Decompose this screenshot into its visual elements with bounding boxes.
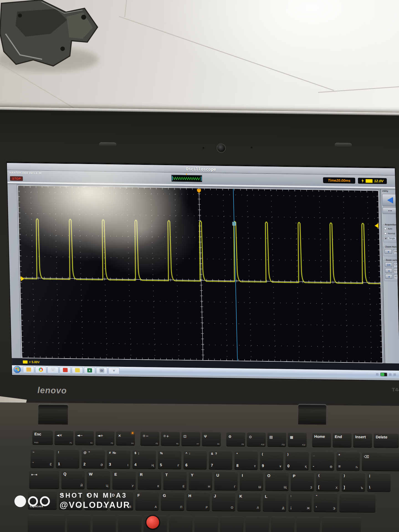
key-6: ^ :6 bbox=[183, 451, 207, 469]
model-label: T440 bbox=[392, 387, 399, 393]
scope-display[interactable] bbox=[17, 185, 383, 363]
key-e: EУ bbox=[112, 471, 136, 489]
utility-more-button[interactable]: ••• bbox=[382, 207, 398, 214]
key-u: UГ bbox=[214, 472, 238, 490]
key-t: TЕ bbox=[163, 471, 187, 490]
tray-icon[interactable] bbox=[376, 373, 378, 376]
taskbar-notes-icon[interactable] bbox=[72, 367, 83, 374]
key-label: Ё bbox=[50, 463, 52, 466]
acquisition-option-auto[interactable]: Auto bbox=[384, 227, 399, 231]
key-label: O bbox=[267, 474, 270, 478]
key-label: F5 bbox=[156, 443, 158, 444]
acquisition-group: Acquisition AutoNormalSingle bbox=[383, 224, 399, 243]
key-z bbox=[67, 515, 91, 532]
preview-waveform bbox=[172, 175, 202, 182]
key-label: End bbox=[335, 434, 342, 439]
vertical-scale-value[interactable]: 5.00V bbox=[393, 268, 399, 273]
key-f11: ▤F11 bbox=[267, 433, 286, 447]
key-label: 4 bbox=[134, 462, 137, 467]
key-shift-right bbox=[322, 517, 361, 532]
trigger-bolt-icon bbox=[361, 179, 364, 183]
key-label: ◄− bbox=[77, 433, 83, 438]
cursor-handle[interactable] bbox=[232, 222, 236, 225]
key-home: Home bbox=[312, 433, 331, 447]
vertical-multiplier-value[interactable]: x1 bbox=[393, 274, 399, 279]
key-7: & ?7 bbox=[209, 451, 232, 469]
key-label: ☼+ bbox=[163, 434, 169, 438]
vertical-scale-decrease-button[interactable]: ◂ bbox=[385, 268, 392, 273]
key-f8: ΨF8 bbox=[202, 432, 221, 446]
key-label: Л bbox=[257, 506, 259, 509]
channel1-scale-chip[interactable]: = 5.00V bbox=[23, 360, 40, 364]
key-w: WЦ bbox=[87, 470, 110, 489]
taskbar-app-icon[interactable]: Y bbox=[108, 367, 120, 374]
key-label: F4 bbox=[131, 442, 134, 444]
zoom-horizontal-decrease-button[interactable]: ◂ bbox=[385, 249, 392, 254]
utility-icon: O/ bbox=[99, 369, 104, 373]
key-label: ☼− bbox=[142, 434, 149, 438]
key-shift-left bbox=[28, 515, 65, 532]
key-label: Р bbox=[206, 506, 208, 509]
key-c bbox=[118, 515, 142, 532]
key-label: 5 bbox=[160, 462, 162, 467]
key-label: Ү bbox=[254, 464, 256, 468]
key-label: Y bbox=[191, 473, 193, 477]
trigger-level-display[interactable]: 12.0V bbox=[358, 178, 387, 184]
zoom-horizontal-group: Zoom Horizontal ◂ 20ms bbox=[383, 247, 399, 257]
key-mm bbox=[220, 516, 244, 532]
radio-icon[interactable] bbox=[384, 237, 387, 239]
timebase-display[interactable]: Time20.00ms bbox=[323, 177, 355, 184]
key-label: F8 bbox=[217, 443, 219, 445]
microphone-hole bbox=[251, 147, 252, 148]
taskbar-pdf-icon[interactable] bbox=[60, 367, 71, 374]
timebase-value: Time20.00ms bbox=[328, 178, 351, 183]
key-label: F3 bbox=[111, 442, 113, 444]
taskbar-media-player-icon[interactable]: ○ bbox=[47, 367, 59, 374]
taskbar-utility-icon[interactable]: O/ bbox=[96, 367, 108, 374]
key-label: J bbox=[214, 494, 216, 498]
channel-value[interactable]: CH1 bbox=[393, 262, 399, 267]
key-p: PЗ bbox=[291, 472, 314, 491]
stop-button[interactable]: STOP bbox=[10, 176, 23, 181]
windows-logo-icon bbox=[15, 367, 19, 371]
key-f6: ☼+F6 bbox=[161, 431, 180, 446]
key-label: ⊡ bbox=[183, 434, 186, 438]
key-label: Й bbox=[80, 484, 83, 487]
acquisition-option-single[interactable]: Single bbox=[384, 236, 399, 241]
utility-back-button[interactable] bbox=[382, 194, 398, 206]
radio-icon[interactable] bbox=[384, 232, 387, 235]
key-label: Е bbox=[183, 485, 185, 488]
key-tab: ⇤⇥ bbox=[29, 470, 59, 488]
key-label: [ bbox=[318, 485, 319, 489]
key-label: ; bbox=[290, 505, 292, 510]
lenovo-logo: lenovo bbox=[37, 385, 67, 396]
radio-label: Auto bbox=[388, 227, 392, 230]
app-version-label: HANTEK1008 Ver1.0.30 bbox=[9, 171, 42, 175]
key-label: } bbox=[344, 474, 346, 477]
tray-icon[interactable] bbox=[389, 373, 392, 376]
key-insert: Insert bbox=[353, 433, 372, 447]
taskbar-explorer-icon[interactable] bbox=[23, 366, 34, 373]
key-label: А bbox=[155, 505, 157, 508]
key-label: Ш bbox=[258, 485, 261, 488]
vertical-multiplier-decrease-button[interactable]: ◂ bbox=[385, 274, 392, 279]
channel-select-button[interactable]: CH bbox=[385, 262, 392, 267]
battery-icon[interactable] bbox=[380, 373, 387, 376]
acquisition-option-normal[interactable]: Normal bbox=[384, 232, 399, 236]
taskbar-excel-icon[interactable]: X bbox=[84, 367, 95, 374]
key-g: GП bbox=[161, 492, 185, 510]
left-hinge bbox=[38, 404, 68, 424]
tray-icon[interactable] bbox=[393, 373, 396, 376]
start-button[interactable] bbox=[14, 366, 21, 373]
key-label: Г bbox=[234, 485, 236, 488]
laptop-screen: Oscilloscope HANTEK1008 Ver1.0.30 STOP ▼ bbox=[7, 162, 399, 380]
zoom-horizontal-value[interactable]: 20ms bbox=[393, 249, 399, 254]
key-k: KЛ bbox=[237, 493, 261, 511]
key-label: FnLk bbox=[34, 441, 39, 443]
trigger-preview-widget[interactable]: ▼ bbox=[171, 175, 203, 182]
right-hinge bbox=[298, 404, 326, 425]
radio-icon[interactable] bbox=[384, 227, 387, 230]
key-2: @ "2Ә bbox=[81, 450, 105, 468]
taskbar-chrome-icon[interactable] bbox=[35, 366, 47, 373]
left-arrow-icon bbox=[387, 197, 393, 203]
